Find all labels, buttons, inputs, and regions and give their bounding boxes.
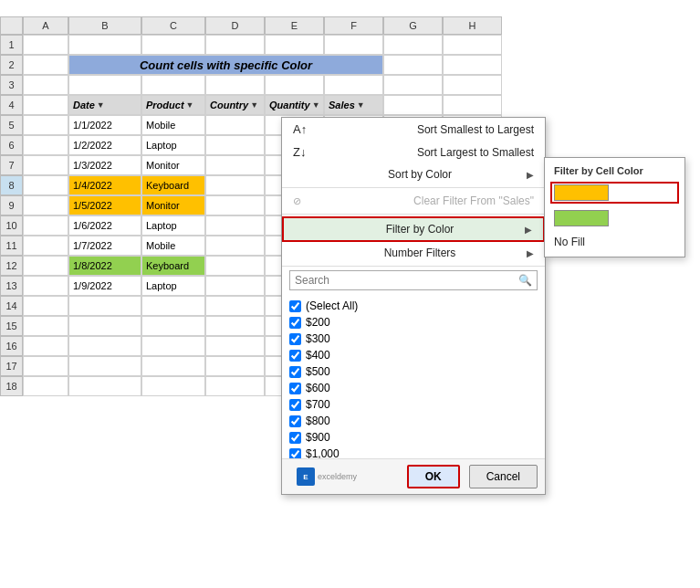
yellow-color-swatch[interactable]: [554, 184, 609, 201]
sort-by-color-item[interactable]: Sort by Color ▶: [282, 163, 545, 185]
row-num: 13: [0, 276, 23, 296]
filter-by-color-item[interactable]: Filter by Color ▶: [282, 216, 545, 242]
ok-button[interactable]: OK: [407, 465, 460, 488]
cancel-button[interactable]: Cancel: [469, 465, 538, 488]
cell: [205, 135, 265, 155]
row-num: 4: [0, 95, 23, 115]
check-item-500[interactable]: $500: [289, 363, 538, 380]
cell-product: Keyboard: [141, 256, 205, 276]
checkbox-400[interactable]: [289, 350, 301, 362]
checkbox-select-all[interactable]: [289, 300, 301, 312]
check-label: $200: [306, 316, 330, 329]
checkbox-300[interactable]: [289, 333, 301, 345]
cell: [205, 115, 265, 135]
sort-largest-to-smallest-item[interactable]: Z↓ Sort Largest to Smallest: [282, 141, 545, 163]
search-input[interactable]: [290, 271, 514, 289]
no-fill-item[interactable]: No Fill: [550, 233, 679, 251]
cell-color-submenu: Filter by Cell Color No Fill: [544, 157, 685, 257]
check-item-1000[interactable]: $1,000: [289, 446, 538, 458]
cell-product: Mobile: [141, 115, 205, 135]
check-item-200[interactable]: $200: [289, 314, 538, 331]
cell: [68, 35, 141, 55]
check-item-400[interactable]: $400: [289, 347, 538, 363]
cell: [205, 316, 265, 336]
cell: [205, 215, 265, 236]
col-date-header: Date ▼: [68, 95, 141, 115]
table-row: 1: [0, 35, 502, 55]
cell: [68, 376, 141, 396]
cell: [23, 135, 68, 155]
cell: [23, 376, 68, 396]
sort-smallest-to-largest-item[interactable]: A↑ Sort Smallest to Largest: [282, 118, 545, 141]
col-quantity-header: Quantity ▼: [265, 95, 324, 115]
row-num: 10: [0, 215, 23, 236]
cell: [23, 215, 68, 236]
table-row: 3: [0, 75, 502, 95]
cell: [141, 316, 205, 336]
yellow-color-swatch-row[interactable]: [550, 182, 679, 204]
cell: [68, 336, 141, 356]
checkbox-900[interactable]: [289, 432, 301, 444]
cell-product: Monitor: [141, 195, 205, 215]
cell: [23, 276, 68, 296]
menu-item-label: Filter by Color: [386, 223, 454, 236]
col-country-header: Country ▼: [205, 95, 265, 115]
cell: [383, 75, 443, 95]
green-color-swatch[interactable]: [554, 210, 609, 226]
check-label: $1,000: [306, 447, 340, 458]
filter-dropdown: A↑ Sort Smallest to Largest Z↓ Sort Larg…: [281, 117, 546, 495]
menu-item-label: Number Filters: [384, 247, 456, 259]
sort-asc-icon: A↑: [293, 122, 307, 136]
green-color-swatch-row[interactable]: [550, 207, 679, 229]
checkbox-1000[interactable]: [289, 448, 301, 459]
row-num: 12: [0, 256, 23, 276]
col-sales-header[interactable]: Sales ▼: [324, 95, 383, 115]
cell-product: Laptop: [141, 276, 205, 296]
table-row: 4 Date ▼ Product ▼ Country ▼ Quantity ▼ …: [0, 95, 502, 115]
col-header-c: C: [141, 16, 205, 35]
chevron-right-icon: ▶: [527, 248, 534, 258]
cell: [205, 336, 265, 356]
cell-date: 1/4/2022: [68, 175, 141, 195]
check-label: $500: [306, 365, 330, 378]
cell: [383, 35, 443, 55]
menu-item-label: Clear Filter From "Sales": [413, 194, 534, 207]
search-box[interactable]: 🔍: [289, 270, 538, 290]
cell: [205, 236, 265, 256]
checkbox-800[interactable]: [289, 415, 301, 427]
cell: [23, 155, 68, 175]
cell: [205, 296, 265, 316]
cell-date: 1/5/2022: [68, 195, 141, 215]
number-filters-item[interactable]: Number Filters ▶: [282, 242, 545, 264]
check-item-600[interactable]: $600: [289, 380, 538, 396]
check-select-all[interactable]: (Select All): [289, 298, 538, 314]
cell-product: Laptop: [141, 135, 205, 155]
corner-cell: [0, 16, 23, 35]
checkbox-500[interactable]: [289, 366, 301, 378]
clear-filter-icon: ⊘: [293, 195, 301, 207]
search-icon: 🔍: [514, 271, 537, 289]
chevron-right-icon: ▶: [525, 225, 532, 235]
checkbox-200[interactable]: [289, 317, 301, 329]
cell: [23, 95, 68, 115]
cell: [141, 356, 205, 376]
check-item-300[interactable]: $300: [289, 331, 538, 347]
row-num: 15: [0, 316, 23, 336]
cell-product: Monitor: [141, 155, 205, 175]
cell: [23, 316, 68, 336]
cell: [141, 35, 205, 55]
menu-divider: [282, 266, 545, 267]
checkbox-600[interactable]: [289, 383, 301, 394]
check-item-700[interactable]: $700: [289, 396, 538, 413]
col-header-g: G: [383, 16, 443, 35]
menu-divider: [282, 214, 545, 215]
check-item-900[interactable]: $900: [289, 429, 538, 446]
check-item-800[interactable]: $800: [289, 413, 538, 429]
checkbox-700[interactable]: [289, 399, 301, 411]
cell: [68, 356, 141, 376]
chevron-right-icon: ▶: [527, 170, 534, 180]
cell: [23, 175, 68, 195]
col-header-h: H: [443, 16, 502, 35]
clear-filter-item[interactable]: ⊘ Clear Filter From "Sales": [282, 190, 545, 212]
col-product-header: Product ▼: [141, 95, 205, 115]
